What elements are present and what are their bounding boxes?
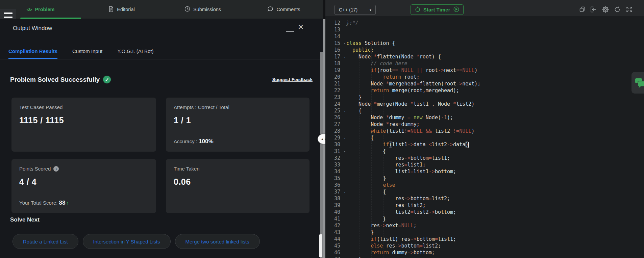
status-row: Problem Solved Successfully ✓ Suggest Fe… [10,76,313,83]
code-line-28[interactable]: 28 while(list1!=NULL && list2 !=NULL) [325,128,644,134]
accuracy-line: Accuracy :100% [174,138,214,145]
output-tab-0[interactable]: Compilation Results [8,44,57,59]
code-line-47[interactable]: 47 } [325,256,644,258]
start-timer-label: Start Timer [423,7,450,12]
line-number: 47 [325,256,346,258]
output-tab-1[interactable]: Custom Input [72,44,102,59]
code-line-29[interactable]: 29▾ { [325,134,644,141]
fold-toggle-icon[interactable]: ▾ [344,108,346,114]
card-value: 1 / 1 [174,115,302,125]
code-line-14[interactable]: 14 [325,33,644,40]
line-number: 35 [325,175,346,182]
code-line-37[interactable]: 37▾ { [325,188,644,195]
start-timer-button[interactable]: Start Timer [411,4,464,15]
code-line-12[interactable]: 12};*/ [325,20,644,26]
indent-guide [383,43,384,258]
tab-problem[interactable]: </> Problem [20,0,61,19]
fold-toggle-icon[interactable]: ▾ [344,40,346,47]
suggestion-pill-2[interactable]: Merge two sorted linked lists [175,234,260,249]
document-icon [108,6,114,13]
line-number: 18 [325,60,346,67]
card-label: Time Taken [174,166,302,172]
resize-left-arrow-icon: ◂ [321,137,323,141]
code-line-13[interactable]: 13 [325,26,644,33]
fold-toggle-icon[interactable]: ▾ [344,54,346,60]
code-line-30[interactable]: 30 if(list1->data <list2->data) [325,141,644,148]
code-line-34[interactable]: 34 list1=list1->bottom; [325,168,644,175]
line-number: 31▾ [325,148,346,155]
code-line-16[interactable]: 16 public: [325,47,644,53]
code-editor[interactable]: 12};*/131415▾class Solution {16 public:1… [325,16,644,258]
code-line-46[interactable]: 46 return dummy->bottom; [325,249,644,256]
reset-code-icon[interactable] [614,6,621,13]
code-line-41[interactable]: 41 } [325,215,644,222]
code-line-35[interactable]: 35 } [325,175,644,182]
line-number: 41 [325,215,346,222]
settings-icon[interactable] [602,6,609,13]
code-line-15[interactable]: 15▾class Solution { [325,40,644,47]
import-input-icon[interactable] [589,6,597,13]
tab-editorial[interactable]: Editorial [101,0,142,19]
suggestion-pill-1[interactable]: Intersection in Y Shaped Lists [83,234,171,249]
code-line-45[interactable]: 45 else res->bottom=list2; [325,242,644,249]
line-number: 46 [325,249,346,256]
code-line-21[interactable]: 21 Node *mergehead=flatten(root->next); [325,80,644,87]
minimize-button[interactable] [286,29,294,32]
code-line-44[interactable]: 44 if(list1) res->bottom=list1; [325,236,644,242]
code-icon: </> [27,7,32,12]
card-points: Points Scored i 4 / 4 Your Total Score:8… [11,159,156,213]
code-line-32[interactable]: 32 res->bottom=list1; [325,155,644,161]
close-button[interactable]: × [298,22,303,32]
close-icon: × [298,22,303,32]
line-number: 27 [325,121,346,128]
tab-submissions[interactable]: Submissions [177,0,228,19]
gfg-ide-window: </> Problem Editorial Submissions Commen… [0,0,644,258]
code-line-33[interactable]: 33 res=list1; [325,161,644,168]
info-icon[interactable]: i [53,166,59,172]
fold-toggle-icon[interactable]: ▾ [344,135,346,141]
tab-comments[interactable]: Comments [260,0,307,19]
code-line-36[interactable]: 36 else [325,182,644,188]
suggest-feedback-link[interactable]: Suggest Feedback [272,77,313,82]
code-line-43[interactable]: 43 } [325,229,644,236]
language-select[interactable]: C++ (17) ▾ [335,5,376,15]
indent-guide [359,43,360,258]
left-panel-scrollbar-thumb[interactable] [319,234,322,257]
output-window-title: Output Window [13,25,52,32]
chat-feedback-widget-button[interactable] [631,72,644,94]
code-line-42[interactable]: 42 res->next=NULL; [325,222,644,229]
code-line-23[interactable]: 23 } [325,94,644,101]
total-score-line: Your Total Score:88↑ [19,200,69,206]
output-tab-2[interactable]: Y.O.G.I. (AI Bot) [117,44,153,59]
card-attempts: Attempts : Correct / Total 1 / 1 Accurac… [166,98,309,152]
suggestion-pill-0[interactable]: Rotate a Linked List [13,234,78,249]
code-line-25[interactable]: 25▾ { [325,107,644,114]
line-number: 28 [325,128,346,134]
line-number: 13 [325,26,346,33]
code-line-39[interactable]: 39 res=list2; [325,202,644,209]
code-line-20[interactable]: 20 return root; [325,74,644,80]
line-number: 37▾ [325,188,346,195]
code-line-26[interactable]: 26 Node *dummy = new Node(-1); [325,114,644,121]
code-line-40[interactable]: 40 list2=list2->bottom; [325,209,644,215]
code-line-31[interactable]: 31▾ { [325,148,644,155]
left-panel-scrollbar-track[interactable] [320,52,323,258]
code-line-19[interactable]: 19 if(root== NULL || root->next==NULL) [325,67,644,74]
code-line-18[interactable]: 18 // code here [325,60,644,67]
text-cursor [468,142,469,148]
tab-editorial-label: Editorial [117,7,134,12]
code-line-24[interactable]: 24 Node *merge(Node *list1 , Node *list2… [325,101,644,107]
code-line-27[interactable]: 27 Node *res=dummy; [325,121,644,128]
card-test-cases: Test Cases Passed 1115 / 1115 [11,98,156,152]
card-label: Attempts : Correct / Total [174,104,302,110]
fullscreen-icon[interactable] [625,6,633,13]
total-score-value: 88 [59,200,65,206]
fold-toggle-icon[interactable]: ▾ [344,189,346,196]
solve-next-suggestions: Rotate a Linked ListIntersection in Y Sh… [13,234,260,249]
fold-toggle-icon[interactable]: ▾ [344,148,346,155]
code-line-38[interactable]: 38 res->bottom=list2; [325,195,644,202]
code-line-22[interactable]: 22 return merge(root,mergehead); [325,87,644,94]
copy-icon[interactable] [579,6,586,13]
card-time-taken: Time Taken 0.06 [166,159,309,213]
code-line-17[interactable]: 17▾ Node *flatten(Node *root) { [325,53,644,60]
